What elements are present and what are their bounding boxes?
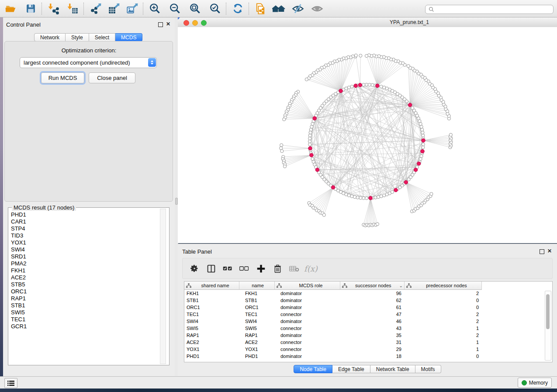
network-node[interactable] — [347, 194, 350, 197]
zoom-out-button[interactable] — [167, 2, 183, 16]
network-node[interactable] — [308, 140, 311, 143]
import-table-button[interactable] — [65, 2, 80, 16]
select-all-columns-button[interactable] — [219, 261, 236, 276]
network-node[interactable] — [421, 131, 424, 134]
network-node[interactable] — [356, 196, 359, 199]
show-column-panel-button[interactable] — [203, 261, 219, 276]
tab-network[interactable]: Network — [34, 33, 66, 41]
network-hub-node[interactable] — [339, 89, 343, 93]
close-panel-button[interactable]: Close panel — [89, 72, 135, 83]
table-row[interactable]: PHD1PHD1dominator180 — [184, 353, 552, 360]
network-node[interactable] — [365, 83, 368, 86]
open-file-button[interactable] — [3, 2, 18, 16]
network-node[interactable] — [359, 54, 362, 57]
network-hub-node[interactable] — [369, 196, 373, 200]
show-all-button[interactable] — [271, 2, 287, 16]
network-window-titlebar[interactable]: YPA_prune.txt_1 — [178, 17, 557, 28]
column-header-MCDS-role[interactable]: MCDS role — [275, 282, 340, 290]
float-window-icon[interactable] — [540, 249, 544, 254]
network-node[interactable] — [362, 196, 365, 199]
network-hub-node[interactable] — [394, 188, 398, 192]
mcds-result-item[interactable]: PHD1 — [11, 211, 159, 218]
mcds-result-item[interactable]: SWI4 — [11, 246, 159, 253]
hide-graphics-details-button[interactable] — [290, 2, 306, 16]
network-node[interactable] — [365, 54, 368, 57]
network-node[interactable] — [411, 107, 414, 110]
network-node[interactable] — [354, 54, 357, 57]
close-window-icon[interactable]: ✕ — [166, 22, 170, 26]
column-header-successor-nodes[interactable]: successor nodes⌄ — [340, 282, 405, 290]
add-column-button[interactable] — [253, 261, 269, 276]
network-node[interactable] — [310, 125, 313, 128]
network-node[interactable] — [376, 223, 379, 226]
table-settings-button[interactable] — [186, 261, 203, 276]
table-row[interactable]: STB1STB1dominator620 — [184, 297, 552, 304]
unselect-all-columns-button[interactable] — [236, 261, 253, 276]
zoom-fit-button[interactable] — [187, 2, 203, 16]
show-graphics-details-button[interactable] — [309, 2, 325, 16]
network-node[interactable] — [391, 190, 394, 193]
network-node[interactable] — [311, 122, 314, 125]
tab-network-table[interactable]: Network Table — [370, 365, 415, 373]
mcds-result-item[interactable]: SRD1 — [11, 253, 159, 260]
network-node[interactable] — [420, 155, 423, 158]
table-row[interactable]: RAP1RAP1dominator352 — [184, 332, 552, 339]
network-hub-node[interactable] — [408, 103, 412, 107]
mcds-result-item[interactable]: SWI5 — [11, 309, 159, 316]
network-node[interactable] — [419, 158, 422, 161]
zoom-selected-button[interactable] — [207, 2, 223, 16]
network-node[interactable] — [309, 131, 312, 134]
network-node[interactable] — [368, 83, 371, 86]
network-node[interactable] — [422, 146, 425, 149]
network-node[interactable] — [322, 213, 325, 217]
mcds-result-item[interactable]: STB1 — [11, 302, 159, 309]
mcds-result-item[interactable]: PMA2 — [11, 260, 159, 267]
network-node[interactable] — [283, 165, 286, 168]
search-input[interactable] — [436, 6, 553, 13]
network-hub-node[interactable] — [313, 117, 317, 120]
mcds-result-item[interactable]: CAR1 — [11, 218, 159, 225]
result-list-scrollbar[interactable] — [160, 209, 166, 364]
network-node[interactable] — [421, 128, 424, 131]
network-node[interactable] — [422, 134, 425, 137]
tab-node-table[interactable]: Node Table — [294, 365, 332, 373]
save-session-button[interactable] — [23, 2, 38, 16]
network-node[interactable] — [430, 193, 433, 196]
network-hub-node[interactable] — [417, 162, 421, 166]
table-row[interactable]: SWI5SWI5connector431 — [184, 325, 552, 332]
table-row[interactable]: ACE2ACE2connector311 — [184, 339, 552, 346]
network-hub-node[interactable] — [422, 138, 426, 142]
splitter-collapse-arrow-icon[interactable] — [178, 17, 180, 20]
network-hub-node[interactable] — [414, 168, 418, 172]
network-node[interactable] — [380, 195, 383, 198]
mcds-result-item[interactable]: FKH1 — [11, 267, 159, 274]
export-image-button[interactable] — [124, 2, 140, 16]
network-node[interactable] — [420, 125, 423, 128]
network-node[interactable] — [280, 144, 283, 147]
network-node[interactable] — [359, 196, 362, 199]
network-node[interactable] — [374, 196, 377, 199]
table-row[interactable]: FKH1FKH1dominator962 — [184, 290, 552, 297]
memory-button[interactable]: Memory — [518, 378, 552, 388]
table-row[interactable]: YOX1YOX1connector291 — [184, 346, 552, 353]
network-node[interactable] — [422, 143, 425, 146]
apply-layout-button[interactable] — [230, 2, 246, 16]
mcds-result-item[interactable]: ACE2 — [11, 274, 159, 281]
column-header-predecessor-nodes[interactable]: predecessor nodes — [405, 282, 482, 290]
close-window-icon[interactable]: ✕ — [547, 249, 552, 253]
tab-style[interactable]: Style — [66, 33, 89, 41]
network-node[interactable] — [362, 83, 365, 86]
table-row[interactable]: SWI4SWI4dominator462 — [184, 318, 552, 325]
mcds-result-item[interactable]: YOX1 — [11, 239, 159, 246]
network-hub-node[interactable] — [315, 168, 319, 172]
network-hub-node[interactable] — [404, 180, 408, 184]
network-node[interactable] — [353, 196, 356, 199]
network-node[interactable] — [383, 86, 386, 89]
tab-edge-table[interactable]: Edge Table — [332, 365, 370, 373]
network-node[interactable] — [371, 83, 374, 86]
mcds-result-item[interactable]: GCR1 — [11, 323, 159, 330]
mcds-result-item[interactable]: RAP1 — [11, 295, 159, 302]
float-window-icon[interactable] — [158, 22, 163, 27]
network-node[interactable] — [309, 128, 312, 131]
close-traffic-light-icon[interactable] — [183, 20, 189, 26]
